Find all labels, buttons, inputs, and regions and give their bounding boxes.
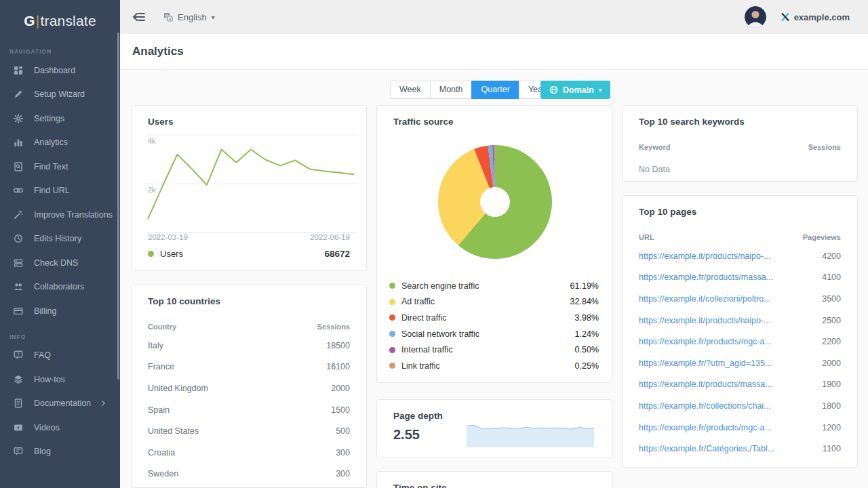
topbar-right: example.com: [745, 6, 850, 28]
page-url-link[interactable]: https://example.fr/?utm_agid=135...: [639, 359, 772, 368]
dns-icon: [14, 258, 23, 268]
top-pages-card: Top 10 pages URL Pageviews https://examp…: [622, 195, 858, 468]
sidebar-item[interactable]: ? FAQ: [0, 344, 120, 368]
card-title: Time on site: [377, 472, 612, 488]
legend-dot: [389, 299, 395, 305]
pages-table: https://example.it/products/naipo-... 42…: [623, 245, 857, 460]
card-title: Top 10 countries: [132, 285, 366, 306]
legend-value: 1.24%: [575, 329, 599, 339]
domain-selector[interactable]: example.com: [781, 12, 850, 22]
nav-list: Dashboard Setup Wizard Settings Analytic…: [0, 58, 120, 323]
sidebar-item[interactable]: Improve Translations: [0, 203, 120, 227]
info-section-label: INFO: [9, 330, 120, 344]
legend-item: Search engine traffic 61.19%: [377, 278, 612, 294]
pageviews-value: 2000: [822, 359, 841, 368]
blog-icon: [14, 447, 23, 456]
page-url-link[interactable]: https://example.fr/collections/chai...: [639, 401, 771, 411]
content: WeekMonthQuarterYear Domain ▾ Users 4k2k…: [120, 70, 868, 488]
traffic-source-card: Traffic source Search engine traffic 61.…: [376, 105, 612, 383]
pageviews-value: 4100: [822, 272, 841, 282]
legend-item: Internal traffic 0.50%: [377, 342, 612, 358]
page-url-link[interactable]: https://example.fr/products/mgc-a...: [639, 423, 772, 432]
table-header: URL Pageviews: [623, 229, 857, 245]
sidebar-item-label: Videos: [34, 423, 60, 432]
pageviews-value: 4200: [822, 251, 841, 261]
sidebar-item-label: FAQ: [34, 350, 51, 360]
users-line-chart: 4k2k: [146, 129, 357, 235]
avatar[interactable]: [745, 6, 766, 28]
sidebar-item-label: Settings: [34, 114, 64, 123]
period-tab[interactable]: Month: [430, 81, 473, 99]
legend-label: Search engine traffic: [401, 281, 479, 291]
users-total: 68672: [324, 249, 350, 259]
table-row: https://example.fr/?utm_agid=135... 2000: [623, 352, 857, 374]
faq-icon: ?: [14, 350, 23, 360]
period-tab[interactable]: Week: [390, 81, 431, 99]
sidebar-scrollbar[interactable]: [117, 33, 119, 380]
table-row: Spain 1500: [132, 399, 366, 421]
page-url-link[interactable]: https://example.it/products/naipo-...: [639, 316, 771, 325]
page-url-link[interactable]: https://example.fr/products/massa...: [639, 272, 773, 282]
sidebar-item[interactable]: Billing: [0, 299, 120, 323]
legend-dot: [389, 363, 395, 369]
page-depth-card: Page depth 2.55: [376, 399, 612, 458]
table-row: https://example.fr/Catégories,/Tabl... 1…: [623, 438, 857, 460]
gtranslate-logo[interactable]: G|translate: [0, 0, 120, 38]
pageviews-value: 1900: [822, 380, 841, 389]
language-selector[interactable]: 文A English ▾: [163, 12, 215, 22]
table-header: Country Sessions: [132, 319, 366, 335]
page-url-link[interactable]: https://example.it/collezioni/poltro...: [639, 294, 771, 304]
country-name: Croatia: [148, 448, 175, 458]
sidebar-item[interactable]: Check DNS: [0, 251, 120, 275]
domain-button-label: Domain: [563, 85, 594, 95]
sidebar-item[interactable]: Collaborators: [0, 275, 120, 300]
svg-text:?: ?: [17, 352, 20, 357]
users-card: Users 4k2k 2022-03-19 2022-06-19 Users 6…: [131, 105, 367, 271]
legend-dot: [389, 347, 395, 353]
sessions-value: 2000: [331, 384, 350, 393]
wizard-icon: [14, 89, 23, 99]
sessions-value: 1500: [331, 405, 350, 415]
sidebar-item-label: Analytics: [34, 138, 68, 147]
pageviews-value: 1200: [822, 423, 841, 432]
sidebar-item[interactable]: Documentation: [0, 392, 120, 416]
sidebar-item-label: Improve Translations: [34, 210, 113, 220]
column-sessions: Sessions: [317, 323, 350, 331]
collapse-sidebar-icon[interactable]: [132, 12, 146, 22]
page-url-link[interactable]: https://example.it/products/naipo-...: [639, 251, 771, 261]
svg-text:4k: 4k: [148, 137, 156, 145]
sidebar-item[interactable]: Settings: [0, 106, 120, 131]
domain-filter-button[interactable]: Domain ▾: [540, 81, 610, 99]
pageviews-value: 2200: [822, 337, 841, 346]
table-header: Keyword Sessions: [623, 139, 857, 155]
sidebar-item[interactable]: Analytics: [0, 131, 120, 155]
legend-item: Direct traffic 3.98%: [377, 310, 612, 326]
legend-label: Users: [160, 249, 183, 259]
sidebar-item[interactable]: Find Text: [0, 155, 120, 179]
sidebar-item[interactable]: Edits History: [0, 227, 120, 251]
page-url-link[interactable]: https://example.it/products/massa...: [639, 380, 772, 389]
page-url-link[interactable]: https://example.fr/products/mgc-a...: [639, 337, 772, 346]
topbar: 文A English ▾ example.com: [120, 0, 868, 34]
table-row: United Kingdom 2000: [132, 378, 366, 399]
column-pageviews: Pageviews: [803, 233, 841, 241]
sidebar-item[interactable]: Find URL: [0, 179, 120, 203]
sessions-value: 300: [336, 448, 350, 458]
page-depth-area-chart: [467, 422, 594, 447]
sidebar-item[interactable]: Blog: [0, 440, 120, 464]
settings-icon: [14, 114, 23, 123]
page-url-link[interactable]: https://example.fr/Catégories,/Tabl...: [639, 444, 774, 453]
legend-label: Ad traffic: [401, 297, 435, 306]
info-list: ? FAQ How-tos Documentation Videos Blog: [0, 344, 120, 464]
sidebar-item[interactable]: Setup Wizard: [0, 83, 120, 107]
period-tab[interactable]: Quarter: [471, 81, 519, 99]
titlebar: Analytics: [120, 34, 868, 70]
sidebar-item[interactable]: Dashboard: [0, 58, 120, 83]
table-row: https://example.it/products/naipo-... 25…: [623, 310, 857, 331]
sidebar-item[interactable]: Videos: [0, 415, 120, 440]
sidebar-item[interactable]: How-tos: [0, 367, 120, 392]
legend-label: Link traffic: [401, 361, 440, 371]
legend-label: Social network traffic: [401, 329, 479, 339]
table-row: https://example.it/products/massa... 190…: [623, 374, 857, 396]
sidebar-item-label: Find URL: [34, 186, 70, 195]
